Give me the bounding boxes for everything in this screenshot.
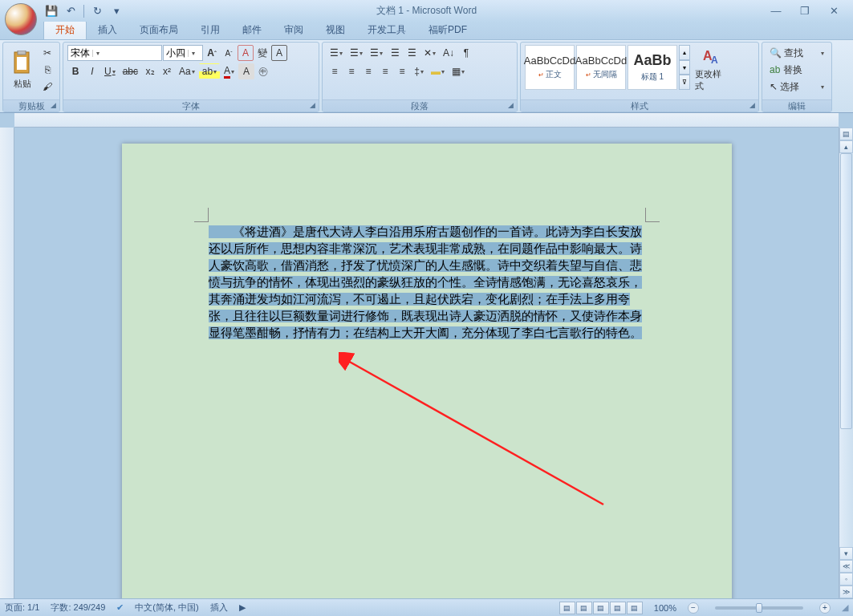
- horizontal-ruler[interactable]: [14, 113, 839, 128]
- status-page[interactable]: 页面: 1/1: [5, 602, 39, 614]
- prev-page[interactable]: ≪: [839, 560, 853, 573]
- scroll-up[interactable]: ▴: [839, 140, 853, 153]
- qat-customize[interactable]: ▾: [108, 3, 124, 19]
- bullets-button[interactable]: ☰▾: [327, 45, 346, 61]
- gallery-more[interactable]: ⊽: [679, 75, 690, 90]
- zoom-slider[interactable]: [715, 606, 803, 610]
- italic-button[interactable]: I: [84, 63, 100, 79]
- status-macro-icon[interactable]: ▶: [239, 602, 246, 613]
- view-web[interactable]: ▤: [593, 602, 609, 614]
- gallery-up[interactable]: ▴: [679, 45, 690, 60]
- numbering-button[interactable]: ☰▾: [347, 45, 366, 61]
- enclose-char-button[interactable]: ㊥: [255, 63, 271, 79]
- view-draft[interactable]: ▤: [627, 602, 643, 614]
- restore-button[interactable]: ❐: [795, 4, 814, 18]
- tab-foxitpdf[interactable]: 福昕PDF: [417, 21, 478, 39]
- phonetic-guide-button[interactable]: 變: [254, 45, 270, 61]
- status-language[interactable]: 中文(简体, 中国): [135, 602, 198, 614]
- multilevel-button[interactable]: ☰▾: [367, 45, 386, 61]
- zoom-thumb[interactable]: [756, 603, 762, 613]
- justify-button[interactable]: ≡: [377, 63, 393, 79]
- borders-button[interactable]: ▦▾: [449, 63, 468, 79]
- char-shading-button[interactable]: A: [238, 63, 254, 79]
- copy-button[interactable]: ⎘: [39, 62, 55, 78]
- underline-button[interactable]: U▾: [101, 63, 119, 79]
- font-name-combo[interactable]: 宋体▾: [67, 45, 162, 61]
- char-border-button[interactable]: A: [271, 45, 287, 61]
- scroll-track[interactable]: [839, 153, 853, 547]
- office-button[interactable]: [5, 3, 37, 35]
- change-styles-button[interactable]: AA 更改样式: [692, 45, 730, 95]
- show-marks-button[interactable]: ¶: [458, 45, 474, 61]
- paragraph-launcher[interactable]: ◢: [506, 101, 515, 111]
- undo-button[interactable]: ↶: [63, 3, 79, 19]
- ruler-toggle[interactable]: ▤: [839, 128, 853, 140]
- vertical-ruler[interactable]: [0, 128, 14, 598]
- tab-references[interactable]: 引用: [189, 21, 231, 39]
- strikethrough-button[interactable]: abc: [120, 63, 141, 79]
- bold-button[interactable]: B: [67, 63, 83, 79]
- shading-button[interactable]: ▬▾: [428, 63, 448, 79]
- distribute-button[interactable]: ≡: [394, 63, 410, 79]
- tab-developer[interactable]: 开发工具: [356, 21, 417, 39]
- page[interactable]: 《将进酒》是唐代大诗人李白沿用乐府古题创作的一首诗。此诗为李白长安放还以后所作，…: [122, 144, 732, 598]
- cut-button[interactable]: ✂: [39, 45, 55, 61]
- zoom-value[interactable]: 100%: [654, 603, 676, 613]
- font-size-combo[interactable]: 小四▾: [163, 45, 203, 61]
- gallery-down[interactable]: ▾: [679, 60, 690, 75]
- status-mode[interactable]: 插入: [210, 602, 228, 614]
- asian-layout-button[interactable]: ✕▾: [420, 45, 439, 61]
- vertical-scrollbar[interactable]: ▤ ▴ ▾ ≪ ◦ ≫: [839, 128, 853, 598]
- status-proofing-icon[interactable]: ✔: [116, 602, 124, 613]
- clear-format-button[interactable]: A: [238, 45, 254, 61]
- page-viewport[interactable]: 《将进酒》是唐代大诗人李白沿用乐府古题创作的一首诗。此诗为李白长安放还以后所作，…: [14, 128, 839, 598]
- find-button[interactable]: 🔍 查找▾: [766, 45, 827, 61]
- tab-review[interactable]: 审阅: [273, 21, 315, 39]
- next-page[interactable]: ≫: [839, 586, 853, 598]
- view-fullread[interactable]: ▤: [576, 602, 592, 614]
- close-button[interactable]: ✕: [824, 4, 843, 18]
- align-right-button[interactable]: ≡: [360, 63, 376, 79]
- shrink-font-button[interactable]: Aˇ: [221, 45, 237, 61]
- scroll-thumb[interactable]: [840, 153, 852, 429]
- highlight-button[interactable]: ab▾: [199, 63, 220, 79]
- zoom-in[interactable]: +: [819, 602, 831, 614]
- style-nospacing[interactable]: AaBbCcDd ↵无间隔: [576, 45, 626, 90]
- decrease-indent-button[interactable]: ☰: [387, 45, 403, 61]
- replace-button[interactable]: ab 替换: [766, 62, 827, 78]
- browse-object[interactable]: ◦: [839, 573, 853, 586]
- tab-home[interactable]: 开始: [43, 20, 87, 39]
- font-color-button[interactable]: A▾: [221, 63, 238, 79]
- sort-button[interactable]: A↓: [440, 45, 457, 61]
- paste-button[interactable]: 粘贴: [7, 45, 38, 95]
- scroll-down[interactable]: ▾: [839, 547, 853, 560]
- clipboard-launcher[interactable]: ◢: [48, 101, 58, 111]
- styles-launcher[interactable]: ◢: [747, 101, 757, 111]
- save-button[interactable]: 💾: [43, 3, 59, 19]
- align-left-button[interactable]: ≡: [327, 63, 343, 79]
- change-case-button[interactable]: Aa▾: [176, 63, 198, 79]
- tab-view[interactable]: 视图: [315, 21, 356, 39]
- document-text[interactable]: 《将进酒》是唐代大诗人李白沿用乐府古题创作的一首诗。此诗为李白长安放还以后所作，…: [209, 224, 646, 342]
- tab-mailings[interactable]: 邮件: [231, 21, 273, 39]
- resize-grip[interactable]: ◢: [842, 602, 848, 613]
- subscript-button[interactable]: x₂: [142, 63, 158, 79]
- style-normal[interactable]: AaBbCcDd ↵正文: [525, 45, 575, 90]
- select-button[interactable]: ↖ 选择▾: [766, 79, 827, 95]
- grow-font-button[interactable]: Aˆ: [204, 45, 220, 61]
- tab-insert[interactable]: 插入: [87, 21, 128, 39]
- align-center-button[interactable]: ≡: [343, 63, 359, 79]
- view-print[interactable]: ▤: [559, 602, 575, 614]
- font-launcher[interactable]: ◢: [307, 101, 317, 111]
- increase-indent-button[interactable]: ☰: [404, 45, 420, 61]
- line-spacing-button[interactable]: ‡▾: [411, 63, 427, 79]
- redo-button[interactable]: ↻: [89, 3, 105, 19]
- status-words[interactable]: 字数: 249/249: [51, 602, 105, 614]
- zoom-out[interactable]: −: [688, 602, 699, 614]
- view-outline[interactable]: ▤: [610, 602, 626, 614]
- format-painter-button[interactable]: 🖌: [39, 79, 55, 95]
- minimize-button[interactable]: —: [766, 4, 786, 18]
- style-heading1[interactable]: AaBb 标题 1: [628, 45, 677, 90]
- tab-layout[interactable]: 页面布局: [128, 21, 189, 39]
- superscript-button[interactable]: x²: [159, 63, 175, 79]
